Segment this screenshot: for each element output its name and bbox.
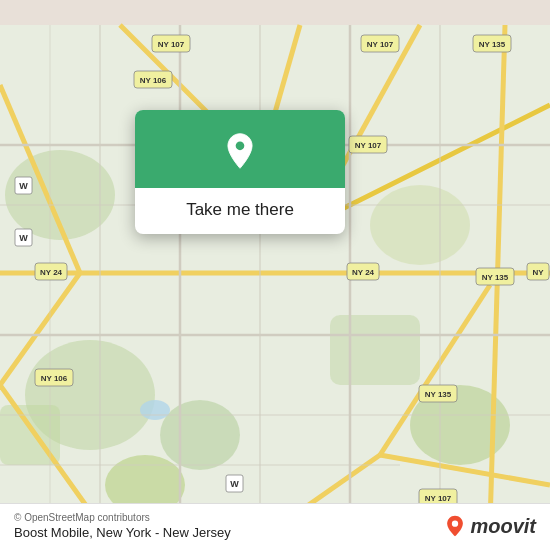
svg-rect-4	[330, 315, 420, 385]
svg-text:W: W	[19, 181, 28, 191]
popup-card: Take me there	[135, 110, 345, 234]
location-pin-icon	[221, 132, 259, 170]
svg-point-64	[452, 521, 458, 527]
svg-text:NY 107: NY 107	[158, 40, 185, 49]
moovit-text: moovit	[470, 515, 536, 538]
svg-text:NY 24: NY 24	[352, 268, 375, 277]
svg-text:NY 107: NY 107	[355, 141, 382, 150]
svg-point-63	[236, 142, 245, 151]
svg-text:NY 106: NY 106	[41, 374, 68, 383]
map-container: NY 107 NY 106 NY 107 NY 107 NY 135 NY 24…	[0, 0, 550, 550]
bottom-info: © OpenStreetMap contributors Boost Mobil…	[14, 512, 231, 540]
take-me-there-button[interactable]: Take me there	[176, 198, 304, 222]
popup-header	[135, 110, 345, 188]
svg-text:NY: NY	[532, 268, 544, 277]
svg-text:W: W	[19, 233, 28, 243]
osm-attribution: © OpenStreetMap contributors	[14, 512, 231, 523]
popup-button-area: Take me there	[135, 188, 345, 234]
svg-text:NY 24: NY 24	[40, 268, 63, 277]
svg-text:NY 106: NY 106	[140, 76, 167, 85]
svg-text:NY 107: NY 107	[425, 494, 452, 503]
svg-point-5	[370, 185, 470, 265]
location-title: Boost Mobile, New York - New Jersey	[14, 525, 231, 540]
moovit-pin-icon	[444, 515, 466, 537]
svg-point-3	[160, 400, 240, 470]
bottom-bar: © OpenStreetMap contributors Boost Mobil…	[0, 503, 550, 550]
svg-text:NY 135: NY 135	[482, 273, 509, 282]
map-background: NY 107 NY 106 NY 107 NY 107 NY 135 NY 24…	[0, 0, 550, 550]
svg-text:NY 107: NY 107	[367, 40, 394, 49]
moovit-logo: moovit	[444, 515, 536, 538]
svg-text:W: W	[230, 479, 239, 489]
svg-text:NY 135: NY 135	[425, 390, 452, 399]
svg-text:NY 135: NY 135	[479, 40, 506, 49]
svg-point-9	[140, 400, 170, 420]
